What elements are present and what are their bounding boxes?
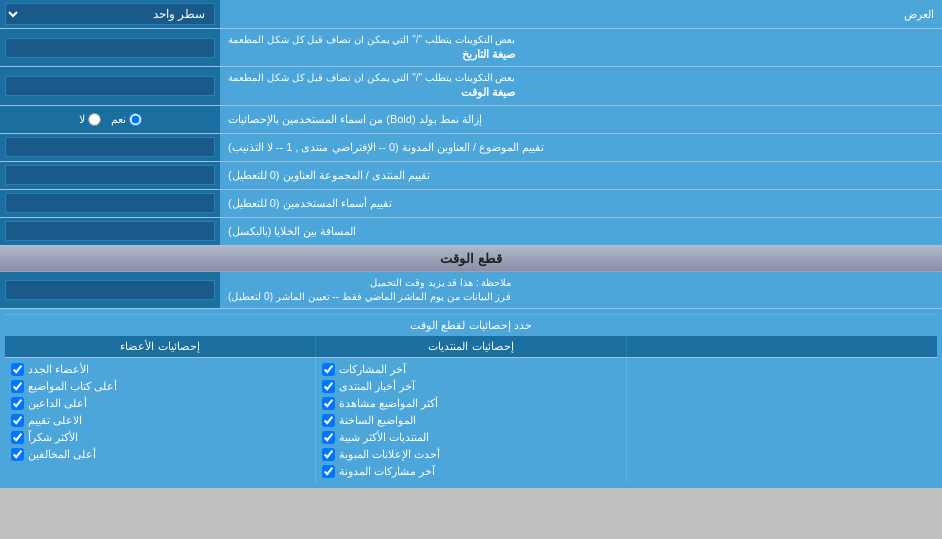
checkbox-col1-3[interactable] (11, 414, 24, 427)
date-format-input-container: d-m (0, 29, 220, 66)
checkbox-col2-6[interactable] (322, 465, 335, 478)
spacing-input[interactable]: 2 (5, 221, 215, 241)
checkbox-col2-2[interactable] (322, 397, 335, 410)
col1-header: إحصائيات الأعضاء (5, 336, 315, 357)
bold-remove-label: إزالة نمط بولد (Bold) من اسماء المستخدمي… (220, 106, 942, 133)
checkboxes-section: حدد إحصائيات لقطع الوقت إحصائيات المنتدي… (0, 309, 942, 488)
ard-label: العرض (220, 4, 942, 25)
list-item: أحدث الإعلانات المبوبة (322, 446, 620, 463)
list-item: المواضيع الساخنة (322, 412, 620, 429)
filter-days-label: ملاحظة : هذا قد يزيد وقت التحميل فرز الب… (220, 272, 942, 308)
checkboxes-header-row: إحصائيات المنتديات إحصائيات الأعضاء (5, 336, 937, 358)
topics-sort-label: تقييم الموضوع / العناوين المدونة (0 -- ا… (220, 134, 942, 161)
list-item: أكثر المواضيع مشاهدة (322, 395, 620, 412)
spacing-input-container: 2 (0, 218, 220, 245)
checkbox-col2-0[interactable] (322, 363, 335, 376)
realtime-section-header: قطع الوقت (0, 246, 942, 272)
list-item: آخر مشاركات المدونة (322, 463, 620, 480)
realtime-note: حدد إحصائيات لقطع الوقت (5, 314, 937, 336)
filter-days-input[interactable]: 0 (5, 280, 215, 300)
users-sort-label: تقييم أسماء المستخدمين (0 للتعطيل) (220, 190, 942, 217)
list-item: آخر المشاركات (322, 361, 620, 378)
spacing-label: المسافة بين الخلايا (بالبكسل) (220, 218, 942, 245)
checkbox-col2-3[interactable] (322, 414, 335, 427)
time-format-input-container: H:i (0, 67, 220, 104)
time-format-label: بعض التكوينات يتطلب "/" التي يمكن ان تضا… (220, 67, 942, 104)
filter-days-input-container: 0 (0, 272, 220, 308)
users-sort-input-container: 0 (0, 190, 220, 217)
col1-checkboxes: الأعضاء الجدد أعلى كتاب المواضيع أعلى ال… (5, 358, 315, 483)
date-format-input[interactable]: d-m (5, 38, 215, 58)
col3-header (626, 336, 937, 357)
bold-remove-no[interactable]: لا (79, 113, 101, 126)
checkbox-col1-4[interactable] (11, 431, 24, 444)
checkbox-col1-1[interactable] (11, 380, 24, 393)
list-item: أعلى المخالفين (11, 446, 309, 463)
bold-remove-options: نعم لا (0, 106, 220, 133)
forum-sort-input-container: 33 (0, 162, 220, 189)
forum-sort-input[interactable]: 33 (5, 165, 215, 185)
list-item: أعلى الداعين (11, 395, 309, 412)
list-item: المنتديات الأكثر شبية (322, 429, 620, 446)
checkbox-col1-2[interactable] (11, 397, 24, 410)
checkbox-col2-1[interactable] (322, 380, 335, 393)
col2-checkboxes: آخر المشاركات آخر أخبار المنتدى أكثر الم… (315, 358, 626, 483)
list-item: أعلى كتاب المواضيع (11, 378, 309, 395)
col2-header: إحصائيات المنتديات (315, 336, 626, 357)
forum-sort-label: تقييم المنتدى / المجموعة العناوين (0 للت… (220, 162, 942, 189)
topics-sort-input-container: 33 (0, 134, 220, 161)
bold-remove-yes[interactable]: نعم (111, 113, 142, 126)
display-select[interactable]: سطر واحد (5, 3, 215, 25)
topics-sort-input[interactable]: 33 (5, 137, 215, 157)
list-item: الأكثر شكراً (11, 429, 309, 446)
users-sort-input[interactable]: 0 (5, 193, 215, 213)
time-format-input[interactable]: H:i (5, 76, 215, 96)
list-item: آخر أخبار المنتدى (322, 378, 620, 395)
col3-checkboxes (626, 358, 937, 483)
list-item: الأعضاء الجدد (11, 361, 309, 378)
checkbox-col1-0[interactable] (11, 363, 24, 376)
checkbox-col1-5[interactable] (11, 448, 24, 461)
display-select-container: سطر واحد (0, 0, 220, 28)
checkboxes-area: آخر المشاركات آخر أخبار المنتدى أكثر الم… (5, 358, 937, 483)
checkbox-col2-4[interactable] (322, 431, 335, 444)
date-format-label: بعض التكوينات يتطلب "/" التي يمكن ان تضا… (220, 29, 942, 66)
list-item: الاعلى تقييم (11, 412, 309, 429)
checkbox-col2-5[interactable] (322, 448, 335, 461)
